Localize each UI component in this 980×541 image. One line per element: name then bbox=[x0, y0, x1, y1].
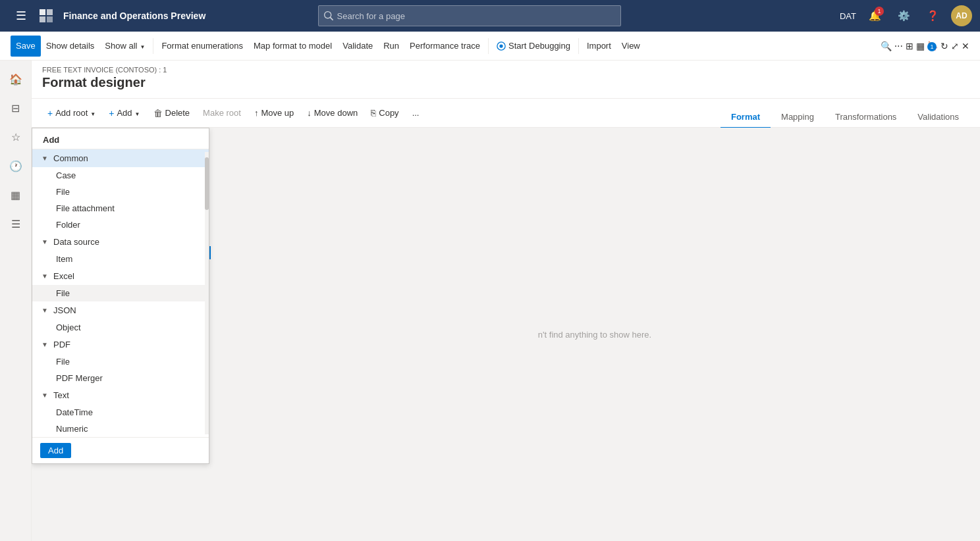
svg-rect-1 bbox=[47, 9, 53, 15]
group-datasource[interactable]: ▼ Data source bbox=[32, 233, 209, 251]
notifications-icon[interactable]: 🔔 1 bbox=[864, 5, 885, 26]
group-common[interactable]: ▼ Common bbox=[32, 149, 209, 167]
import-button[interactable]: Import bbox=[582, 36, 616, 57]
group-excel[interactable]: ▼ Excel bbox=[32, 267, 209, 285]
performance-trace-button[interactable]: Performance trace bbox=[404, 36, 485, 57]
search-placeholder: Search for a page bbox=[337, 11, 405, 21]
ribbon-layout-icon[interactable]: ▦ bbox=[916, 41, 925, 51]
breadcrumb: FREE TEXT INVOICE (CONTOSO) : 1 bbox=[42, 66, 969, 74]
run-button[interactable]: Run bbox=[378, 36, 404, 57]
add-button[interactable]: + Add bbox=[103, 103, 145, 123]
settings-icon[interactable]: ⚙️ bbox=[893, 5, 914, 26]
ribbon-bookmark-icon[interactable]: 🔖 1 bbox=[927, 41, 938, 51]
item-common-file-attachment[interactable]: File attachment bbox=[32, 200, 209, 217]
ribbon-separator-2 bbox=[488, 38, 489, 54]
top-nav-right: DAT 🔔 1 ⚙️ ❓ AD bbox=[840, 5, 972, 26]
ribbon-close-icon[interactable]: ✕ bbox=[962, 41, 969, 51]
save-button[interactable]: Save bbox=[11, 36, 41, 57]
scrollbar-thumb[interactable] bbox=[205, 157, 209, 210]
sidebar-clock-icon[interactable]: 🕐 bbox=[3, 153, 29, 179]
hamburger-menu-icon[interactable]: ☰ bbox=[8, 3, 34, 29]
show-details-button[interactable]: Show details bbox=[41, 36, 100, 57]
format-enumerations-button[interactable]: Format enumerations bbox=[156, 36, 248, 57]
sidebar-list-icon[interactable]: ☰ bbox=[3, 211, 29, 237]
item-json-object[interactable]: Object bbox=[32, 319, 209, 336]
group-pdf[interactable]: ▼ PDF bbox=[32, 336, 209, 353]
format-toolbar: + Add root + Add 🗑 Delete Make root ↑ Mo… bbox=[32, 99, 980, 128]
sidebar-home-icon[interactable]: 🏠 bbox=[3, 66, 29, 92]
ribbon-refresh-icon[interactable]: ↻ bbox=[940, 41, 948, 51]
show-all-button[interactable]: Show all bbox=[99, 36, 150, 57]
sidebar-star-icon[interactable]: ☆ bbox=[3, 124, 29, 150]
dropdown-list: ▼ Common Case File File attachment Folde… bbox=[32, 149, 209, 437]
add-root-button[interactable]: + Add root bbox=[42, 103, 101, 123]
tab-mapping[interactable]: Mapping bbox=[771, 107, 825, 128]
validate-button[interactable]: Validate bbox=[337, 36, 378, 57]
collapse-datasource-icon: ▼ bbox=[40, 238, 49, 247]
item-common-folder[interactable]: Folder bbox=[32, 217, 209, 233]
move-up-button[interactable]: ↑ Move up bbox=[249, 103, 299, 123]
item-pdf-merger[interactable]: PDF Merger bbox=[32, 370, 209, 386]
map-format-button[interactable]: Map format to model bbox=[248, 36, 337, 57]
add-dropdown-panel: Add ▼ Common Case File File attachment F… bbox=[32, 128, 209, 464]
item-text-datetime[interactable]: DateTime bbox=[32, 404, 209, 421]
search-bar[interactable]: Search for a page bbox=[318, 5, 621, 26]
group-excel-label: Excel bbox=[53, 271, 74, 281]
dropdown-footer: Add bbox=[32, 437, 209, 463]
collapse-text-icon: ▼ bbox=[40, 391, 49, 400]
group-common-label: Common bbox=[53, 153, 88, 163]
svg-point-5 bbox=[499, 44, 503, 47]
group-datasource-label: Data source bbox=[53, 237, 99, 247]
notification-badge: 1 bbox=[875, 7, 884, 16]
add-confirm-button[interactable]: Add bbox=[40, 443, 71, 458]
make-root-button[interactable]: Make root bbox=[198, 103, 246, 123]
sidebar-dashboard-icon[interactable]: ▦ bbox=[3, 182, 29, 208]
group-text-label: Text bbox=[53, 390, 69, 400]
help-icon[interactable]: ❓ bbox=[922, 5, 943, 26]
app-title: Finance and Operations Preview bbox=[63, 11, 205, 21]
content-area: Add ▼ Common Case File File attachment F… bbox=[32, 128, 980, 541]
bookmark-badge: 1 bbox=[927, 42, 937, 51]
collapse-json-icon: ▼ bbox=[40, 306, 49, 315]
sidebar-filter-icon[interactable]: ⊟ bbox=[3, 95, 29, 121]
scrollbar[interactable] bbox=[205, 152, 209, 434]
move-down-button[interactable]: ↓ Move down bbox=[302, 103, 363, 123]
tab-format[interactable]: Format bbox=[721, 107, 771, 128]
ribbon-more-icon[interactable]: ··· bbox=[894, 40, 903, 52]
copy-button[interactable]: ⎘ Copy bbox=[366, 103, 404, 123]
left-sidebar: 🏠 ⊟ ☆ 🕐 ▦ ☰ bbox=[0, 61, 32, 541]
add-chevron-icon bbox=[135, 108, 140, 118]
svg-rect-2 bbox=[40, 16, 45, 22]
tab-validations[interactable]: Validations bbox=[907, 107, 969, 128]
show-all-chevron-icon bbox=[140, 41, 146, 51]
avatar[interactable]: AD bbox=[951, 5, 972, 26]
collapse-pdf-icon: ▼ bbox=[40, 340, 49, 349]
group-json[interactable]: ▼ JSON bbox=[32, 301, 209, 319]
more-button[interactable]: ... bbox=[407, 103, 425, 123]
search-icon bbox=[324, 11, 333, 20]
view-button[interactable]: View bbox=[616, 36, 645, 57]
environment-label: DAT bbox=[840, 11, 856, 21]
tab-transformations[interactable]: Transformations bbox=[825, 107, 907, 128]
main-layout: 🏠 ⊟ ☆ 🕐 ▦ ☰ FREE TEXT INVOICE (CONTOSO) … bbox=[0, 61, 980, 541]
main-content-area: FREE TEXT INVOICE (CONTOSO) : 1 Format d… bbox=[32, 61, 980, 541]
item-datasource-item[interactable]: Item bbox=[32, 251, 209, 267]
start-debugging-button[interactable]: Start Debugging bbox=[491, 36, 576, 57]
collapse-excel-icon: ▼ bbox=[40, 272, 49, 281]
item-common-file[interactable]: File bbox=[32, 184, 209, 200]
item-excel-file[interactable]: File bbox=[32, 285, 209, 301]
ribbon-separator-3 bbox=[578, 38, 579, 54]
add-root-chevron-icon bbox=[90, 108, 95, 118]
collapse-common-icon: ▼ bbox=[40, 154, 49, 163]
svg-rect-0 bbox=[40, 9, 45, 15]
item-text-numeric[interactable]: Numeric bbox=[32, 421, 209, 437]
item-common-case[interactable]: Case bbox=[32, 167, 209, 184]
delete-button[interactable]: 🗑 Delete bbox=[148, 103, 196, 123]
group-text[interactable]: ▼ Text bbox=[32, 386, 209, 404]
ribbon-grid-icon[interactable]: ⊞ bbox=[906, 41, 913, 51]
group-json-label: JSON bbox=[53, 305, 76, 315]
item-pdf-file[interactable]: File bbox=[32, 353, 209, 370]
ribbon-search-icon[interactable]: 🔍 bbox=[881, 41, 892, 51]
svg-rect-3 bbox=[47, 16, 53, 22]
ribbon-expand-icon[interactable]: ⤢ bbox=[951, 41, 959, 51]
